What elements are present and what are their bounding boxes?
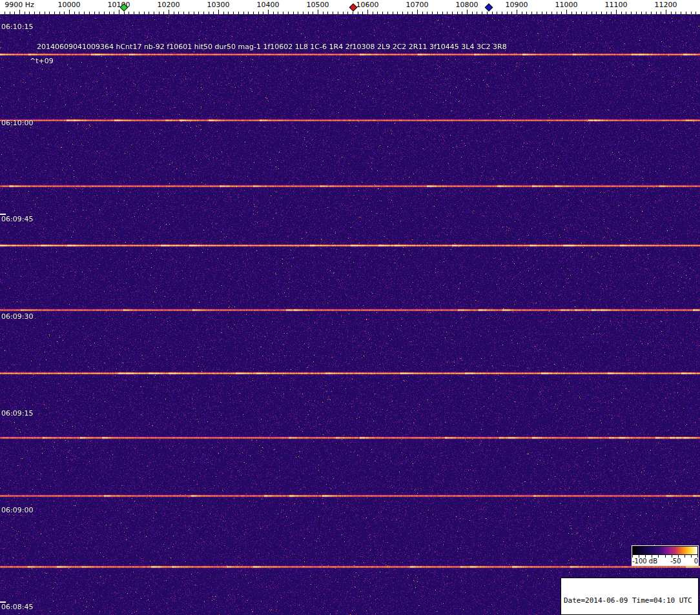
- time-label: 06:10:00: [1, 119, 33, 127]
- freq-tick: [417, 10, 418, 14]
- freq-label: 11100: [605, 1, 628, 9]
- time-label: 06:09:45: [1, 215, 33, 223]
- freq-label: 10800: [456, 1, 479, 9]
- freq-label: 10400: [257, 1, 280, 9]
- colorbar-gradient: [632, 546, 698, 555]
- freq-label: 9900 Hz: [5, 1, 34, 9]
- colorbar-labels: -100 dB -50 0: [632, 558, 698, 565]
- freq-tick: [169, 10, 169, 14]
- freq-tick: [367, 10, 368, 14]
- freq-label: 10700: [406, 1, 429, 9]
- spectrogram-app: 9900 Hz100001010010200103001040010500106…: [0, 0, 700, 615]
- colorbar-label-max: 0: [694, 558, 698, 565]
- freq-tick: [19, 10, 20, 14]
- time-label: 06:10:15: [1, 23, 33, 31]
- freq-label: 10000: [58, 1, 81, 9]
- blue-diamond-marker: [485, 3, 493, 12]
- time-label: 06:09:00: [1, 506, 33, 514]
- frequency-ruler: 9900 Hz100001010010200103001040010500106…: [0, 0, 700, 14]
- freq-tick: [268, 10, 269, 14]
- freq-tick: [218, 10, 219, 14]
- freq-tick: [119, 10, 119, 14]
- freq-tick: [318, 10, 318, 14]
- detection-annotation: 20140609041009364 hCnt17 nb-92 f10601 hi…: [37, 43, 507, 51]
- freq-label: 11200: [655, 1, 677, 9]
- freq-label: 10900: [506, 1, 528, 9]
- annotation-time-offset: ^t+09: [30, 57, 54, 65]
- info-date-time: Date=2014-06-09 Time=04:10 UTC: [564, 596, 695, 605]
- colorbar-label-min: -100 dB: [632, 558, 657, 565]
- time-label: 06:09:30: [1, 312, 33, 321]
- freq-tick: [517, 10, 517, 14]
- colorbar: -100 dB -50 0: [632, 545, 699, 566]
- freq-label: 10600: [356, 1, 379, 9]
- freq-tick: [616, 10, 617, 14]
- freq-tick: [467, 10, 468, 14]
- observation-info-box: Date=2014-06-09 Time=04:10 UTC Freq=143 …: [561, 578, 699, 615]
- spectrogram-area: 06:10:1506:10:0006:09:4506:09:3006:09:15…: [0, 14, 700, 615]
- freq-label: 11000: [555, 1, 578, 9]
- time-label: 06:09:15: [1, 409, 33, 418]
- colorbar-label-mid: -50: [670, 558, 681, 565]
- freq-tick: [69, 10, 70, 14]
- freq-tick: [666, 10, 666, 14]
- freq-label: 10300: [207, 1, 230, 9]
- freq-label: 10200: [158, 1, 180, 9]
- freq-tick: [566, 10, 567, 14]
- freq-label: 10500: [307, 1, 329, 9]
- time-label: 06:08:45: [1, 603, 33, 611]
- spectrogram-canvas: [0, 14, 700, 615]
